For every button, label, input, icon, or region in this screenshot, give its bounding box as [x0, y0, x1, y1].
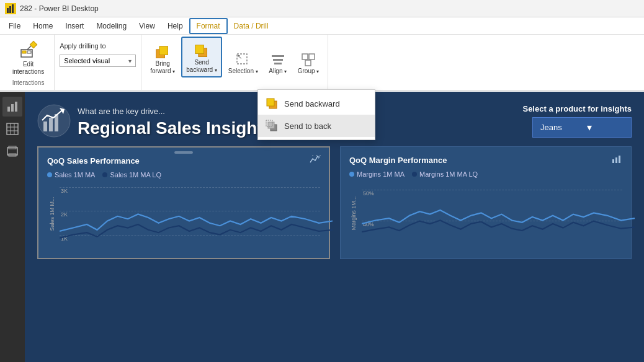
svg-rect-38 [43, 121, 47, 131]
legend-dot-sales-lq [102, 172, 107, 177]
dashboard-right: Select a product for insights Jeans ▾ [522, 104, 632, 138]
legend-label-margin-ma: Margins 1M MA [357, 170, 405, 178]
svg-rect-10 [159, 46, 168, 55]
align-button[interactable]: Align ▾ [264, 46, 292, 77]
selection-button[interactable]: ↖ Selection ▾ [225, 46, 262, 77]
edit-interactions-button[interactable]: Edit interactions [7, 37, 49, 78]
menu-bar: File Home Insert Modeling View Help Form… [0, 17, 644, 35]
svg-rect-8 [30, 41, 37, 48]
chart-legend-margin: Margins 1M MA Margins 1M MA LQ [349, 170, 622, 178]
menu-view[interactable]: View [133, 19, 161, 33]
chart-panel-header-sales: QoQ Sales Performance ↗ [47, 154, 320, 167]
menu-file[interactable]: File [2, 19, 27, 33]
send-to-back-menu-icon [266, 120, 278, 132]
svg-rect-43 [612, 159, 614, 163]
svg-rect-1 [7, 8, 9, 13]
legend-item-margin-ma: Margins 1M MA [349, 170, 405, 178]
group-icon [301, 53, 316, 68]
sidebar-icon-bar-chart[interactable] [2, 97, 22, 117]
svg-rect-3 [12, 4, 14, 13]
send-backward-icon [194, 44, 209, 59]
menu-format[interactable]: Format [189, 18, 228, 34]
send-backward-item[interactable]: Send backward [258, 92, 375, 115]
legend-label-margin-lq: Margins 1M MA LQ [419, 170, 478, 178]
svg-rect-16 [273, 59, 283, 61]
menu-home[interactable]: Home [27, 19, 59, 33]
svg-rect-12 [195, 45, 204, 54]
app-icon [5, 3, 16, 14]
dashboard-subtitle: What are the key drive... [78, 107, 272, 116]
svg-rect-19 [309, 54, 315, 60]
bring-forward-label: Bringforward ▾ [150, 60, 175, 75]
chart-legend-sales: Sales 1M MA Sales 1M MA LQ [47, 171, 320, 179]
sidebar-icon-table[interactable] [2, 119, 22, 139]
legend-label-sales-ma: Sales 1M MA [55, 171, 95, 179]
menu-modeling[interactable]: Modeling [90, 19, 133, 33]
send-backward-menu-label: Send backward [284, 99, 340, 108]
svg-rect-24 [268, 122, 274, 128]
svg-rect-17 [274, 63, 282, 64]
svg-rect-39 [49, 118, 53, 131]
svg-text:↖: ↖ [237, 53, 242, 60]
selected-visual-dropdown[interactable]: Selected visual ▾ [60, 55, 136, 67]
panel-drag-handle [174, 151, 193, 154]
apply-drilling-group: Apply drilling to Selected visual ▾ [55, 35, 141, 90]
product-chevron-icon: ▾ [587, 121, 592, 133]
svg-rect-29 [7, 123, 18, 135]
window-title: 282 - Power BI Desktop [20, 4, 99, 13]
send-to-back-menu-label: Send to back [284, 121, 331, 131]
qoq-margin-panel[interactable]: QoQ Margin Performance Margins 1M MA [340, 146, 632, 259]
legend-item-sales-ma: Sales 1M MA [47, 171, 95, 179]
svg-rect-6 [27, 51, 31, 53]
chevron-down-icon: ▾ [128, 58, 132, 64]
svg-rect-27 [11, 104, 14, 112]
legend-dot-margin-ma [349, 172, 354, 177]
apply-drilling-label: Apply drilling to [60, 42, 136, 50]
chart-y-axis-sales: Sales 1M M... [49, 196, 55, 231]
legend-dot-sales-ma [47, 172, 52, 177]
selection-label: Selection ▾ [228, 68, 258, 75]
dashboard-titles: What are the key drive... Regional Sales… [78, 107, 272, 138]
menu-data-drill[interactable]: Data / Drill [228, 19, 275, 33]
dashboard-title: Regional Sales Insights [78, 118, 272, 138]
menu-insert[interactable]: Insert [59, 19, 90, 33]
sidebar-icon-layers[interactable] [2, 141, 22, 161]
menu-help[interactable]: Help [161, 19, 189, 33]
chart-type-icon-margin[interactable] [611, 153, 622, 167]
send-to-back-item[interactable]: Send to back [258, 115, 375, 137]
ribbon: Edit interactions Interactions Apply dri… [0, 35, 644, 90]
svg-rect-44 [615, 157, 617, 163]
charts-row: ··· QoQ Sales Performance ↗ Sales 1M MA [37, 146, 632, 259]
selected-visual-value: Selected visual [64, 57, 110, 64]
chart-panel-header-margin: QoQ Margin Performance [349, 153, 622, 167]
send-backward-menu-icon [266, 97, 278, 110]
chart-title-sales: QoQ Sales Performance [47, 156, 140, 166]
chart-area-margin: Margins 1M... 50% 40% [349, 183, 622, 251]
svg-rect-45 [619, 156, 620, 163]
product-value: Jeans [540, 123, 562, 132]
legend-item-margin-lq: Margins 1M MA LQ [412, 170, 478, 178]
edit-interactions-label: Edit interactions [12, 61, 44, 76]
group-button[interactable]: Group ▾ [294, 46, 323, 77]
dashboard-title-area: What are the key drive... Regional Sales… [37, 104, 272, 140]
dashboard-chart-icon [37, 104, 71, 140]
bring-forward-button[interactable]: Bringforward ▾ [146, 39, 179, 77]
send-backward-button[interactable]: Sendbackward ▾ [181, 37, 222, 77]
interactions-group: Edit interactions Interactions [2, 35, 55, 90]
send-backward-label: Sendbackward ▾ [186, 59, 217, 74]
align-icon [271, 53, 285, 68]
svg-rect-22 [267, 99, 274, 106]
panel-options-icon[interactable]: ··· [311, 150, 323, 160]
svg-rect-2 [9, 6, 11, 13]
legend-dot-margin-lq [412, 172, 417, 177]
chart-title-margin: QoQ Margin Performance [349, 156, 447, 165]
svg-rect-15 [272, 55, 284, 57]
align-label: Align ▾ [269, 68, 287, 75]
legend-item-sales-lq: Sales 1M MA LQ [102, 171, 161, 179]
qoq-sales-panel[interactable]: ··· QoQ Sales Performance ↗ Sales 1M MA [37, 146, 330, 259]
product-insights-label: Select a product for insights [522, 104, 632, 113]
product-dropdown[interactable]: Jeans ▾ [532, 117, 632, 138]
svg-rect-20 [305, 60, 311, 66]
svg-rect-28 [15, 102, 17, 112]
margin-chart-svg [362, 183, 635, 251]
